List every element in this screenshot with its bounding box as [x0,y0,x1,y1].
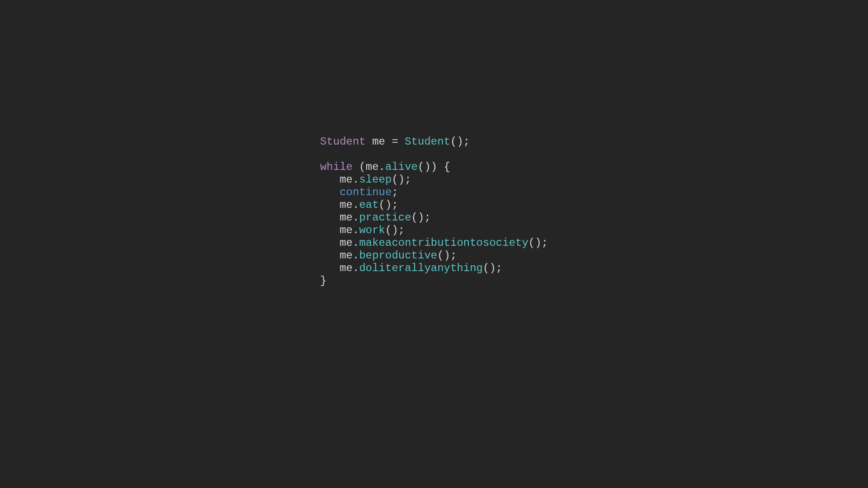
call-tail: (); [379,199,398,211]
dot-token: . [353,262,359,274]
var-token: me [340,199,353,211]
brace-close: } [320,275,326,287]
var-token: me [340,174,353,186]
code-line: continue; [320,186,398,198]
func-token: practice [359,211,411,224]
while-keyword: while [320,161,353,173]
class-token: Student [405,136,450,148]
call-tail: (); [437,249,457,262]
var-token: me [340,249,353,262]
paren-open: ( [353,161,366,173]
dot-token: . [379,161,385,173]
var-token: me [340,224,353,236]
indent [320,199,340,211]
call-tail: (); [528,237,548,249]
indent [320,249,340,262]
continue-keyword: continue [340,186,392,198]
code-line: me.eat(); [320,199,398,211]
code-line: while (me.alive()) { [320,161,450,173]
var-token: me [372,136,385,148]
code-line: me.doliterallyanything(); [320,262,502,274]
dot-token: . [353,237,359,249]
code-line: me.work(); [320,224,405,236]
indent [320,237,340,249]
code-line: me.makeacontributiontosociety(); [320,237,548,249]
ctor-call-token: (); [450,136,470,148]
code-line: me.practice(); [320,211,431,224]
indent [320,224,340,236]
dot-token: . [353,211,359,224]
func-token: makeacontributiontosociety [359,237,528,249]
dot-token: . [353,199,359,211]
code-wallpaper: Student me = Student(); while (me.alive(… [0,0,868,488]
cond-close: ()) { [418,161,450,173]
code-line: me.beproductive(); [320,249,457,262]
var-token: me [340,237,353,249]
indent [320,186,340,198]
func-token: sleep [359,174,392,186]
dot-token: . [353,249,359,262]
code-block: Student me = Student(); while (me.alive(… [320,123,548,287]
indent [320,262,340,274]
call-tail: (); [411,211,431,224]
call-tail: (); [385,224,405,236]
var-token: me [340,262,353,274]
func-token: beproductive [359,249,437,262]
func-token: eat [359,199,378,211]
dot-token: . [353,174,359,186]
indent [320,211,340,224]
var-token: me [340,211,353,224]
code-line: Student me = Student(); [320,136,470,148]
dot-token: . [353,224,359,236]
code-line: me.sleep(); [320,174,411,186]
func-token: alive [385,161,418,173]
eq-token: = [385,136,405,148]
func-token: doliterallyanything [359,262,483,274]
func-token: work [359,224,385,236]
semi-token: ; [392,186,398,198]
space [366,136,372,148]
code-line: } [320,275,326,287]
call-tail: (); [392,174,411,186]
indent [320,174,340,186]
call-tail: (); [483,262,502,274]
var-token: me [366,161,379,173]
type-token: Student [320,136,366,148]
